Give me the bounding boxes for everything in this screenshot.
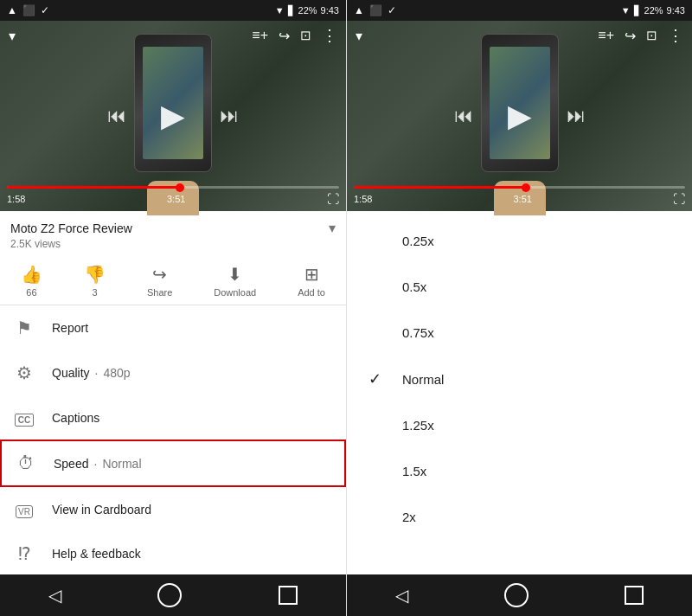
- speed-item[interactable]: ⏱ Speed · Normal: [0, 440, 346, 487]
- collapse-icon-r[interactable]: ▾: [356, 28, 362, 44]
- speed-icon: ⏱: [16, 453, 36, 473]
- photo-icon-r: ⬛: [369, 4, 382, 16]
- speed-item-125[interactable]: 1.25x: [347, 402, 692, 448]
- captions-label: Captions: [52, 411, 99, 425]
- speed-label-125: 1.25x: [402, 418, 434, 433]
- signal-icon: ▋: [288, 5, 295, 16]
- speed-item-normal[interactable]: ✓ Normal: [347, 356, 692, 402]
- more-icon-r[interactable]: ⋮: [668, 26, 683, 45]
- fullscreen-icon-r[interactable]: ⛶: [673, 192, 685, 206]
- share-video-icon[interactable]: ↪: [279, 28, 290, 44]
- like-button[interactable]: 👍 66: [21, 264, 42, 298]
- download-button[interactable]: ⬇ Download: [214, 264, 256, 298]
- playlist-icon-r[interactable]: ≡+: [598, 28, 614, 43]
- video-top-left: ▾: [9, 28, 16, 44]
- video-top-right-r: ≡+ ↪ ⊡ ⋮: [598, 26, 683, 45]
- speed-item-15[interactable]: 1.5x: [347, 448, 692, 494]
- status-icons-right: ▼ ▋ 22% 9:43: [275, 5, 339, 16]
- video-top-bar-r: ▾ ≡+ ↪ ⊡ ⋮: [347, 26, 692, 45]
- time-display-r: 9:43: [667, 5, 685, 16]
- speed-item-025[interactable]: 0.25x: [347, 218, 692, 264]
- flag-icon: ⚑: [14, 318, 35, 338]
- playlist-icon[interactable]: ≡+: [252, 28, 268, 43]
- report-item[interactable]: ⚑ Report: [0, 305, 346, 350]
- video-views: 2.5K views: [10, 238, 336, 250]
- help-item[interactable]: ⁉ Help & feedback: [0, 531, 346, 574]
- speed-label: Speed · Normal: [54, 457, 142, 471]
- speed-options-list: 0.25x 0.5x 0.75x ✓ Normal 1.25x 1.5x 2x: [347, 211, 692, 574]
- time-row-r: 1:58 3:51 ⛶: [354, 192, 685, 206]
- check-075: [364, 324, 385, 342]
- video-top-right: ≡+ ↪ ⊡ ⋮: [252, 26, 337, 45]
- right-panel: ▲ ⬛ ✓ ▼ ▋ 22% 9:43 ▾ ≡+ ↪: [347, 0, 692, 616]
- nav-back-button[interactable]: ◁: [48, 585, 61, 606]
- play-button-r[interactable]: ▶: [508, 98, 532, 134]
- fullscreen-icon[interactable]: ⛶: [327, 192, 339, 206]
- progress-bar-r[interactable]: [354, 186, 685, 189]
- signal-icon-r: ▋: [634, 5, 641, 16]
- next-button[interactable]: ⏭: [220, 105, 239, 127]
- collapse-icon[interactable]: ▾: [9, 28, 16, 44]
- speed-item-075[interactable]: 0.75x: [347, 310, 692, 356]
- speed-item-05[interactable]: 0.5x: [347, 264, 692, 310]
- quality-label: Quality · 480p: [52, 366, 131, 380]
- nav-home-button[interactable]: [157, 583, 182, 607]
- quality-dot: ·: [95, 366, 99, 380]
- more-icon[interactable]: ⋮: [322, 26, 337, 45]
- video-title: Moto Z2 Force Review: [10, 221, 132, 235]
- download-label: Download: [214, 287, 256, 298]
- share-video-icon-r[interactable]: ↪: [625, 28, 636, 44]
- current-time-r: 1:58: [354, 194, 372, 204]
- notification-icon-r: ▲: [354, 4, 364, 16]
- previous-button-r[interactable]: ⏮: [454, 105, 473, 127]
- quality-value: 480p: [103, 366, 130, 380]
- time-display: 9:43: [321, 5, 339, 16]
- nav-back-button-r[interactable]: ◁: [395, 585, 408, 606]
- cardboard-icon: VR: [14, 499, 35, 519]
- speed-item-2[interactable]: 2x: [347, 494, 692, 540]
- add-to-label: Add to: [298, 287, 325, 298]
- captions-item[interactable]: CC Captions: [0, 395, 346, 440]
- status-bar-right: ▲ ⬛ ✓ ▼ ▋ 22% 9:43: [347, 0, 692, 21]
- add-to-button[interactable]: ⊞ Add to: [298, 264, 325, 298]
- video-player[interactable]: ▾ ≡+ ↪ ⊡ ⋮ ⏮ ▶ ⏭: [0, 21, 346, 211]
- video-info-dropdown[interactable]: ▾: [329, 220, 336, 236]
- nav-recents-button[interactable]: [279, 586, 298, 605]
- share-button[interactable]: ↪ Share: [147, 264, 172, 298]
- check-05: [364, 278, 385, 296]
- quality-item[interactable]: ⚙ Quality · 480p: [0, 350, 346, 395]
- cardboard-item[interactable]: VR View in Cardboard: [0, 487, 346, 531]
- video-overlay-right: ▾ ≡+ ↪ ⊡ ⋮ ⏮ ▶ ⏭ 1:58: [347, 21, 692, 211]
- speed-label-075: 0.75x: [402, 325, 434, 340]
- report-label: Report: [52, 321, 88, 335]
- video-bottom-bar: 1:58 3:51 ⛶: [0, 183, 346, 211]
- speed-label-normal: Normal: [402, 372, 444, 387]
- thumbup-icon: 👍: [21, 264, 42, 285]
- progress-fill-r: [354, 186, 526, 189]
- check-normal: ✓: [364, 369, 385, 388]
- video-info: Moto Z2 Force Review ▾ 2.5K views: [0, 211, 346, 257]
- video-top-left-r: ▾: [356, 28, 362, 44]
- check-icon-r: ✓: [388, 4, 396, 16]
- play-button[interactable]: ▶: [161, 98, 185, 134]
- photo-icon: ⬛: [22, 4, 35, 16]
- left-panel: ▲ ⬛ ✓ ▼ ▋ 22% 9:43 ▾ ≡+: [0, 0, 346, 616]
- status-icons-left-r: ▲ ⬛ ✓: [354, 4, 396, 16]
- nav-home-button-r[interactable]: [504, 583, 529, 607]
- cast-icon[interactable]: ⊡: [300, 28, 311, 43]
- next-button-r[interactable]: ⏭: [567, 105, 586, 127]
- cardboard-label: View in Cardboard: [52, 503, 151, 517]
- total-time: 3:51: [167, 194, 185, 204]
- add-icon: ⊞: [304, 264, 319, 285]
- speed-label-2: 2x: [402, 510, 416, 524]
- previous-button[interactable]: ⏮: [107, 105, 126, 127]
- wifi-icon-r: ▼: [621, 5, 631, 16]
- check-125: [364, 416, 385, 434]
- check-2: [364, 508, 385, 526]
- nav-recents-button-r[interactable]: [625, 586, 644, 605]
- dislike-button[interactable]: 👎 3: [84, 264, 106, 298]
- bottom-nav-left: ◁: [0, 574, 346, 616]
- progress-bar[interactable]: [7, 186, 339, 189]
- speed-value: Normal: [102, 457, 141, 471]
- cast-icon-r[interactable]: ⊡: [646, 28, 657, 43]
